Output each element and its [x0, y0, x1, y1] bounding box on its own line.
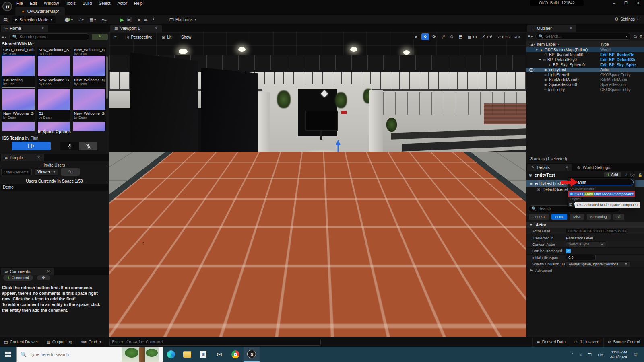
taskbar-search[interactable]: 🔍 [16, 347, 163, 362]
taskbar-chrome-icon[interactable] [227, 347, 244, 362]
outliner-row[interactable]: ▼ ◍ BP_DefaultSky0 Edit BP_DefaultSk [526, 58, 644, 62]
outliner-search-input[interactable] [545, 34, 623, 39]
damaged-checkbox[interactable]: ✓ [566, 249, 571, 253]
notification-center-icon[interactable]: 🗨 [634, 352, 638, 357]
tab-details[interactable]: ✎ Details ✕ [527, 164, 572, 171]
add-component-button[interactable]: + Add [604, 172, 621, 177]
outliner-row[interactable]: ∞ LightStencil OKOSpaceEntity [526, 72, 644, 77]
menu-tools[interactable]: Tools [66, 1, 76, 6]
component-item-oko-animated[interactable]: ⚉ OKO Animated Model Component [568, 191, 635, 197]
save-icon[interactable]: ▤ [3, 17, 8, 23]
taskbar-store-icon[interactable]: ⊞ [195, 347, 211, 362]
close-icon[interactable]: ✕ [565, 165, 568, 169]
outliner-settings-icon[interactable]: ⚙ [639, 34, 643, 39]
scale-tool[interactable]: ⤢ [439, 33, 447, 40]
perspective-dropdown[interactable]: ◳ Perspective [122, 34, 156, 40]
restore-button[interactable]: ❐ [624, 1, 628, 5]
item-label-column[interactable]: Item Label [537, 42, 556, 47]
life-span-input[interactable]: 0.0 [566, 255, 596, 260]
filter-icon[interactable]: ≡▼ [2, 35, 7, 39]
rotate-tool[interactable]: ⟳ [430, 33, 438, 40]
menu-help[interactable]: Help [134, 1, 143, 6]
edit-blueprint-link[interactable]: Edit BP_Sky_Sphe [600, 63, 644, 67]
space-search[interactable]: 🔍 [9, 33, 89, 40]
menu-file[interactable]: File [16, 1, 23, 6]
edit-blueprint-link[interactable]: Edit BP_DefaultSk [600, 58, 644, 62]
close-icon[interactable]: ✕ [569, 26, 572, 30]
start-button[interactable] [0, 347, 16, 362]
taskbar-clock[interactable]: 11:35 AM 3/21/2024 [610, 350, 627, 360]
expand-arrow-icon[interactable]: ▼ [535, 49, 538, 51]
filter-tab-all[interactable]: All [613, 214, 624, 220]
cinematics-button[interactable]: ▦▼ [89, 17, 96, 22]
viewport-menu-button[interactable]: ≡ [112, 33, 119, 41]
outliner-row[interactable]: ◐ BP_Sky_Sphere0 Edit BP_Sky_Sphe [526, 62, 644, 67]
convert-actor-dropdown[interactable]: Select a Type▼ [566, 241, 606, 247]
close-icon[interactable]: ✕ [47, 269, 50, 274]
settings-dropdown[interactable]: ⚙ Settings ▼ [615, 16, 639, 22]
tab-comments[interactable]: ∞ Comments ✕ [1, 268, 54, 275]
component-search-query[interactable]: anim [578, 180, 586, 185]
tab-viewport-1[interactable]: ▦ Viewport 1 ✕ [110, 25, 162, 32]
filter-tab-misc[interactable]: Misc [570, 214, 584, 220]
invite-user-button[interactable]: ⚇+ [61, 168, 80, 176]
outliner-row-world[interactable]: ▼ ▲ OKOStarterMap (Editor) World [526, 47, 644, 52]
platforms-dropdown[interactable]: 🗔 Platforms ▼ [169, 17, 197, 22]
add-space-button[interactable]: + [92, 34, 108, 40]
edit-blueprint-link[interactable]: Edit BP_AvatarDe [600, 53, 644, 57]
close-icon[interactable]: ✕ [37, 156, 40, 160]
spawn-collision-dropdown[interactable]: Always Spawn, Ignore Collisions▼ [566, 261, 630, 267]
eject-button[interactable]: ⏏ [144, 17, 148, 22]
unsaved-button[interactable]: 🗋 1 Unsaved [570, 337, 604, 347]
play-button[interactable]: ▶ [120, 17, 124, 23]
leave-space-button[interactable] [12, 142, 51, 150]
derived-data-button[interactable]: ≣ Derived Data [532, 337, 570, 347]
mic-on-button[interactable] [60, 142, 79, 150]
filter-tab-streaming[interactable]: Streaming [587, 214, 611, 220]
component-search[interactable]: ✕ anim [569, 179, 634, 185]
refresh-comments-button[interactable]: ⟳ [37, 275, 50, 280]
help-icon[interactable]: ? [630, 173, 635, 177]
source-control-button[interactable]: ⊘ Source Control [604, 337, 644, 347]
outliner-row[interactable]: ⚇ BP_AvatarDefault0 Edit BP_AvatarDe [526, 52, 644, 57]
blueprints-button[interactable]: ∴▼ [78, 17, 84, 22]
mic-muted-button[interactable] [79, 142, 97, 150]
outliner-row[interactable]: ∞ testEntity OKOSpaceEntity [526, 87, 644, 92]
menu-actor[interactable]: Actor [117, 1, 127, 6]
type-column[interactable]: Type [600, 42, 609, 47]
invite-email-input[interactable] [1, 169, 32, 175]
add-comment-button[interactable]: + Comment [3, 275, 33, 281]
tab-okostartermap[interactable]: ▲ OKOStarterMap* [15, 7, 65, 15]
space-card[interactable]: New_Welcome_Sp...by Dean [2, 88, 35, 121]
outliner-row[interactable]: ◉ SiteModelActor0 SiteModelActor [526, 77, 644, 82]
selection-mode-dropdown[interactable]: ➤ Selection Mode ▼ [12, 16, 56, 23]
space-card[interactable]: New_Welcome_Sp...by Dean [73, 88, 106, 121]
space-card[interactable]: New_Welcome_Sp...by Dean [73, 55, 106, 87]
play-options-button[interactable]: ⋮ [151, 17, 156, 22]
filter-tab-actor[interactable]: Actor [551, 214, 567, 220]
close-icon[interactable]: ✕ [155, 26, 158, 30]
outliner-search[interactable]: 🔍 ▼ [535, 33, 631, 40]
space-card-iss-testing[interactable]: ISS Testingby Finn [2, 55, 35, 87]
tray-volume-muted-icon[interactable]: ◁✕ [597, 352, 604, 357]
space-search-input[interactable] [19, 35, 86, 39]
console-command-input[interactable] [109, 339, 321, 346]
search-highlight-image[interactable] [122, 347, 159, 362]
stop-button[interactable]: ■ [138, 17, 140, 22]
blueprint-hierarchy-icon[interactable]: ⑂ [625, 173, 627, 177]
folder-icon[interactable]: 🗀 [633, 34, 637, 39]
outliner-row[interactable]: ◉ SpaceSession0 SpaceSession [526, 82, 644, 87]
link-button[interactable]: ∞▼ [102, 17, 107, 22]
user-list-item[interactable]: Demo [1, 184, 108, 191]
taskbar-edge-icon[interactable] [163, 347, 179, 362]
tray-expand-icon[interactable]: ⌃ [570, 352, 574, 357]
surface-snap-toggle[interactable]: ⬒ [457, 33, 464, 40]
world-space-toggle[interactable]: ⊕ [448, 33, 456, 40]
lock-icon[interactable]: 🔒 [638, 173, 642, 177]
menu-window[interactable]: Window [44, 1, 59, 6]
actor-section-header[interactable]: ▼ Actor [526, 222, 644, 228]
space-card[interactable]: New_Welcome_Sp...by Dean [37, 55, 70, 87]
outliner-column-headers[interactable]: Item Label ▲ Type [526, 41, 644, 47]
home-scrollbar[interactable] [106, 56, 108, 99]
menu-edit[interactable]: Edit [30, 1, 37, 6]
